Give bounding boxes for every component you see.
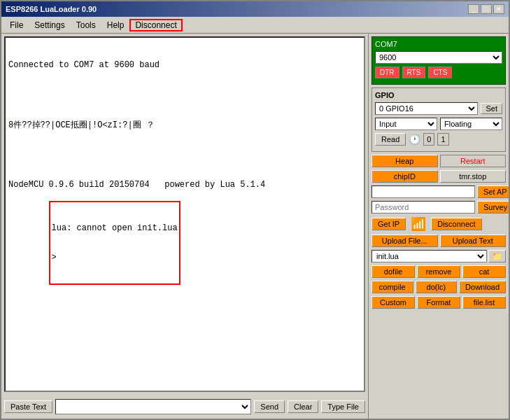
paste-text-dropdown[interactable] (55, 399, 251, 414)
dtr-button[interactable]: DTR (375, 66, 399, 78)
maximize-button[interactable]: □ (481, 4, 492, 14)
console-output[interactable]: Connected to COM7 at 9600 baud 8件??掉??|O… (4, 36, 365, 392)
getip-button[interactable]: Get IP (371, 218, 406, 230)
upload-row: Upload File... Upload Text (371, 234, 506, 247)
gpio-val-0-button[interactable]: 0 (423, 133, 434, 146)
menu-file[interactable]: File (4, 19, 29, 31)
baud-select[interactable]: 9600 115200 57600 38400 19200 4800 (375, 51, 502, 64)
minimize-button[interactable]: _ (468, 4, 479, 14)
com-buttons-row: DTR RTS CTS (375, 66, 502, 78)
file-selector-row: init.lua 📁 (371, 250, 506, 262)
download-button[interactable]: Download (459, 281, 506, 293)
dolc-button[interactable]: do(lc) (416, 281, 458, 293)
file-select[interactable]: init.lua (371, 250, 487, 262)
menu-disconnect[interactable]: Disconnect (129, 19, 182, 31)
com-title: COM7 (375, 40, 502, 48)
gpio-pin-select[interactable]: 0 GPIO16 1 GPIO5 2 GPIO4 3 GPIO0 (375, 102, 478, 115)
console-line-1: Connected to COM7 at 9600 baud (8, 60, 361, 70)
chipid-tmrstop-row: chipID tmr.stop (371, 170, 506, 183)
console-line-3: 8件??掉??|OCE抵圈|!O<zI:?|圈 ？ (8, 119, 361, 131)
getip-row: Get IP 📶 Disconnect (371, 216, 506, 232)
dofile-row: dofile remove cat (371, 265, 506, 278)
custom-button[interactable]: Custom (371, 296, 415, 309)
console-area: Connected to COM7 at 9600 baud 8件??掉??|O… (1, 34, 369, 419)
clear-button[interactable]: Clear (288, 400, 318, 413)
console-prompt: > (52, 253, 178, 262)
menu-bar: File Settings Tools Help Disconnect (1, 17, 509, 34)
gpio-section: GPIO 0 GPIO16 1 GPIO5 2 GPIO4 3 GPIO0 Se… (371, 88, 506, 152)
window-title: ESP8266 LuaLoader 0.90 (6, 5, 97, 13)
title-controls: _ □ ✕ (468, 4, 504, 14)
file-browse-button[interactable]: 📁 (488, 250, 506, 262)
survey-button[interactable]: Survey (477, 201, 509, 214)
compile-button[interactable]: compile (371, 281, 413, 293)
dofile-button[interactable]: dofile (371, 265, 415, 278)
console-line-4 (8, 150, 361, 160)
type-file-button[interactable]: Type File (321, 400, 365, 413)
format-button[interactable]: Format (417, 296, 460, 309)
com-section: COM7 9600 115200 57600 38400 19200 4800 … (371, 36, 506, 85)
gpio-mode-select[interactable]: Input Output (375, 118, 437, 130)
filelist-button[interactable]: file.list (462, 296, 506, 309)
paste-text-button[interactable]: Paste Text (4, 400, 52, 413)
ap-input[interactable] (371, 186, 475, 198)
gpio-val-1-button[interactable]: 1 (437, 133, 448, 146)
close-button[interactable]: ✕ (493, 4, 504, 14)
tmrstop-button[interactable]: tmr.stop (440, 170, 507, 183)
send-button[interactable]: Send (254, 400, 285, 413)
password-input[interactable] (371, 201, 475, 214)
clock-icon: 🕐 (409, 134, 420, 146)
console-highlight: lua: cannot open init.lua > (49, 201, 180, 285)
upload-file-button[interactable]: Upload File... (371, 234, 438, 247)
console-lua-error: lua: cannot open init.lua (52, 223, 178, 233)
main-content: Connected to COM7 at 9600 baud 8件??掉??|O… (1, 34, 509, 419)
menu-help[interactable]: Help (101, 19, 130, 31)
custom-row: Custom Format file.list (371, 296, 506, 309)
wifi-icon: 📶 (411, 216, 426, 232)
console-line-2 (8, 90, 361, 99)
chipid-button[interactable]: chipID (371, 170, 438, 183)
menu-settings[interactable]: Settings (29, 19, 70, 31)
disconnect-btn[interactable]: Disconnect (431, 218, 481, 230)
compile-row: compile do(lc) Download (371, 281, 506, 293)
gpio-label: GPIO (375, 91, 502, 99)
password-row: Survey (371, 201, 506, 214)
ap-row: Set AP (371, 186, 506, 198)
heap-restart-row: Heap Restart (371, 155, 506, 167)
setap-button[interactable]: Set AP (477, 186, 509, 198)
cat-button[interactable]: cat (462, 265, 506, 278)
cts-button[interactable]: CTS (428, 66, 452, 78)
gpio-pull-select[interactable]: Floating Pullup (440, 118, 502, 130)
heap-button[interactable]: Heap (371, 155, 438, 167)
rts-button[interactable]: RTS (402, 66, 426, 78)
gpio-read-row: Read 🕐 0 1 (375, 133, 502, 146)
console-line-5: NodeMCU 0.9.6 build 20150704 powered by … (8, 180, 361, 190)
title-bar: ESP8266 LuaLoader 0.90 _ □ ✕ (1, 1, 509, 17)
menu-tools[interactable]: Tools (71, 19, 101, 31)
main-window: ESP8266 LuaLoader 0.90 _ □ ✕ File Settin… (0, 0, 510, 420)
remove-button[interactable]: remove (417, 265, 460, 278)
baud-row: 9600 115200 57600 38400 19200 4800 (375, 51, 502, 64)
restart-button[interactable]: Restart (440, 155, 507, 167)
console-bottom-bar: Paste Text Send Clear Type File (1, 395, 368, 419)
gpio-set-button[interactable]: Set (481, 103, 502, 114)
right-panel: COM7 9600 115200 57600 38400 19200 4800 … (369, 34, 509, 419)
gpio-mode-row: Input Output Floating Pullup (375, 118, 502, 130)
gpio-pin-row: 0 GPIO16 1 GPIO5 2 GPIO4 3 GPIO0 Set (375, 102, 502, 115)
gpio-read-button[interactable]: Read (375, 133, 406, 146)
upload-text-button[interactable]: Upload Text (440, 234, 507, 247)
